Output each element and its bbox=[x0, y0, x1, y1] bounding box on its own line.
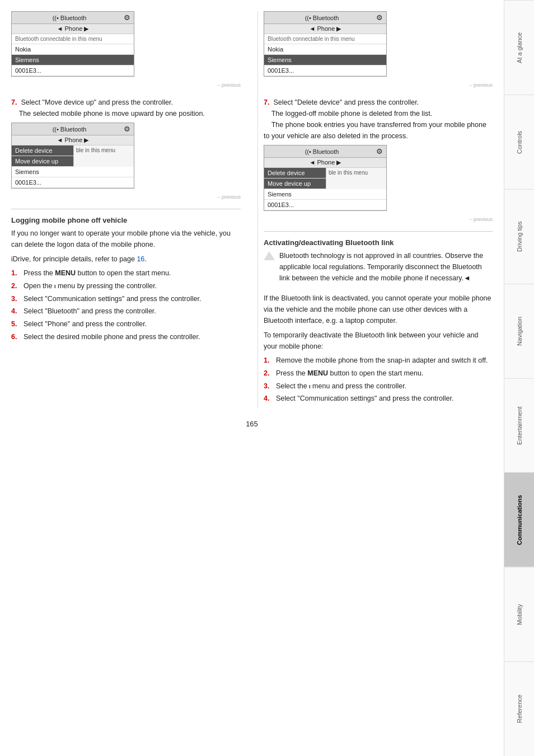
bt-delete-device-right: Delete device bbox=[264, 168, 326, 179]
bt-connectable-label-right-top: Bluetooth connectable in this menu bbox=[264, 34, 386, 44]
bt-nokia-left-top: Nokia bbox=[12, 44, 134, 55]
page-number: 165 bbox=[11, 420, 493, 428]
right-para1: If the Bluetooth link is deactivated, yo… bbox=[264, 293, 493, 326]
bt-ui-caption-left-bottom: ←previous bbox=[11, 194, 241, 200]
bt-siemens-bottom-right: Siemens bbox=[264, 189, 386, 200]
right-para2: To temporarily deactivate the Bluetooth … bbox=[264, 330, 493, 352]
step7-left-text: 7. Select "Move device up" and press the… bbox=[11, 97, 241, 119]
bt-device-right-top: 0001E3... bbox=[264, 65, 386, 76]
bt-settings-icon: ⚙ bbox=[124, 13, 130, 22]
sidebar-item-mobility[interactable]: Mobility bbox=[504, 567, 534, 661]
bt-connectable-label-left-top: Bluetooth connectable in this menu bbox=[12, 34, 134, 44]
step-2-right: 2. Press the MENU button to open the sta… bbox=[264, 368, 493, 379]
logging-steps: 1. Press the MENU button to open the sta… bbox=[11, 268, 241, 342]
bt-ui-left-bottom: ((• Bluetooth ⚙ ◄ Phone ▶ Delete device … bbox=[11, 123, 241, 200]
sidebar-navigation: At a glance Controls Driving tips Naviga… bbox=[504, 0, 534, 756]
divider-right bbox=[264, 231, 493, 232]
sidebar-item-navigation[interactable]: Navigation bbox=[504, 284, 534, 378]
bt-device-bottom-right: 0001E3... bbox=[264, 200, 386, 210]
bt-phone-label-right-bottom: ◄ Phone ▶ bbox=[264, 158, 386, 168]
bt-ui-right-top: ((• Bluetooth ⚙ ◄ Phone ▶ Bluetooth conn… bbox=[264, 11, 493, 88]
logging-section-heading: Logging mobile phone off vehicle bbox=[11, 216, 241, 224]
step-1-left: 1. Press the MENU button to open the sta… bbox=[11, 268, 241, 279]
bt-ui-right-bottom: ((• Bluetooth ⚙ ◄ Phone ▶ Delete device … bbox=[264, 145, 493, 222]
sidebar-item-entertainment[interactable]: Entertainment bbox=[504, 378, 534, 473]
bt-title-left-bottom: ((• Bluetooth bbox=[15, 126, 124, 133]
idrive-ref: iDrive, for principle details, refer to … bbox=[11, 253, 241, 265]
activating-steps: 1. Remove the mobile phone from the snap… bbox=[264, 355, 493, 404]
info-text: Bluetooth technology is not approved in … bbox=[279, 250, 493, 284]
bt-siemens-bottom-left: Siemens bbox=[12, 167, 134, 177]
divider-left bbox=[11, 209, 241, 209]
bt-title-right-bottom: ((• Bluetooth bbox=[268, 148, 376, 155]
bt-nokia-right-top: Nokia bbox=[264, 44, 386, 55]
bt-ui-caption-left-top: ←previous bbox=[11, 82, 241, 88]
bt-ui-caption-right-bottom: ←previous bbox=[264, 217, 493, 222]
bt-siemens-right-top: Siemens bbox=[264, 55, 386, 65]
info-triangle-icon bbox=[264, 251, 275, 260]
bt-ui-left-top: ((• Bluetooth ⚙ ◄ Phone ▶ Bluetooth conn… bbox=[11, 11, 241, 88]
step-6-left: 6. Select the desired mobile phone and p… bbox=[11, 332, 241, 342]
bt-delete-device-left: Delete device bbox=[12, 145, 73, 156]
bt-settings-icon-3: ⚙ bbox=[376, 13, 383, 22]
bt-phone-label-left-bottom: ◄ Phone ▶ bbox=[12, 135, 134, 145]
sidebar-item-controls[interactable]: Controls bbox=[504, 95, 534, 189]
activating-section-heading: Activating/deactivating Bluetooth link bbox=[264, 238, 493, 247]
step-2-left: 2. Open the i menu by pressing the contr… bbox=[11, 281, 241, 292]
sidebar-item-driving-tips[interactable]: Driving tips bbox=[504, 189, 534, 284]
bt-move-device-left: Move device up bbox=[12, 156, 73, 167]
sidebar-item-at-a-glance[interactable]: At a glance bbox=[504, 0, 534, 95]
sidebar-item-communications[interactable]: Communications bbox=[504, 472, 534, 567]
bt-device-bottom-left: 0001E3... bbox=[12, 177, 134, 188]
step7-right-text: 7. Select "Delete device" and press the … bbox=[264, 97, 493, 142]
bt-siemens-left-top: Siemens bbox=[12, 55, 134, 65]
bt-ui-caption-right-top: ←previous bbox=[264, 82, 493, 88]
bt-title-right-top: ((• Bluetooth bbox=[268, 15, 376, 21]
step-3-left: 3. Select "Communication settings" and p… bbox=[11, 294, 241, 304]
sidebar-item-reference[interactable]: Reference bbox=[504, 661, 534, 756]
logging-intro: If you no longer want to operate your mo… bbox=[11, 228, 241, 250]
bt-move-device-right: Move device up bbox=[264, 179, 326, 189]
step-5-left: 5. Select "Phone" and press the controll… bbox=[11, 319, 241, 330]
bt-settings-icon-2: ⚙ bbox=[124, 125, 130, 133]
step-1-right: 1. Remove the mobile phone from the snap… bbox=[264, 355, 493, 366]
page-link[interactable]: 16 bbox=[137, 255, 144, 263]
bt-device-left-top: 0001E3... bbox=[12, 65, 134, 76]
step-4-left: 4. Select "Bluetooth" and press the cont… bbox=[11, 306, 241, 317]
bt-title-left-top: ((• Bluetooth bbox=[15, 15, 124, 21]
step-4-right: 4. Select "Communication settings" and p… bbox=[264, 393, 493, 404]
info-box: Bluetooth technology is not approved in … bbox=[264, 250, 493, 287]
step-3-right: 3. Select the i menu and press the contr… bbox=[264, 381, 493, 392]
bt-phone-label-left-top: ◄ Phone ▶ bbox=[12, 24, 134, 34]
bt-phone-label-right-top: ◄ Phone ▶ bbox=[264, 24, 386, 34]
bt-settings-icon-4: ⚙ bbox=[376, 147, 383, 156]
